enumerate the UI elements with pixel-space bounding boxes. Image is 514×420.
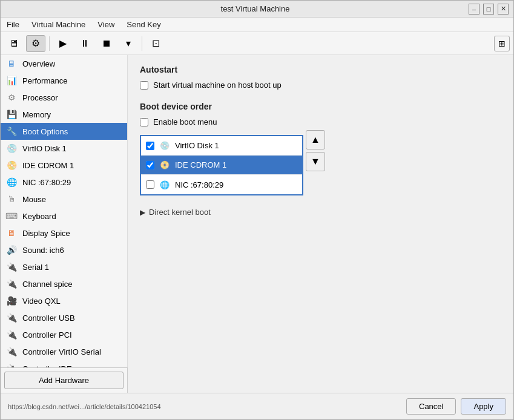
boot-up-button[interactable]: ▲ [306, 130, 325, 149]
enable-boot-menu-label: Enable boot menu [153, 117, 217, 126]
sidebar-item-video-qxl[interactable]: 🎥 Video QXL [1, 292, 127, 309]
sidebar-label-virtio-disk-1: VirtIO Disk 1 [22, 144, 67, 153]
channel-icon: 🔌 [5, 278, 18, 290]
sidebar-label-overview: Overview [22, 59, 55, 68]
autostart-checkbox[interactable] [140, 81, 148, 90]
boot-item-virtio-disk[interactable]: 💿 VirtIO Disk 1 [141, 136, 302, 156]
settings-button[interactable]: ⚙ [26, 35, 45, 52]
sidebar-label-processor: Processor [22, 93, 58, 102]
sidebar-item-performance[interactable]: 📊 Performance [1, 72, 127, 89]
toolbar: 🖥 ⚙ ▶ ⏸ ⏹ ▾ ⊡ ⊞ [1, 32, 513, 55]
sidebar-label-display-spice: Display Spice [22, 229, 70, 238]
sidebar-bottom: Add Hardware [1, 367, 127, 393]
menu-virtual-machine[interactable]: Virtual Machine [29, 19, 88, 30]
sidebar-item-serial-1[interactable]: 🔌 Serial 1 [1, 258, 127, 275]
maximize-button[interactable]: □ [483, 4, 494, 15]
fullscreen-icon: ⊡ [152, 38, 160, 49]
main-content: 🖥 Overview 📊 Performance ⚙ Processor 💾 M… [1, 55, 513, 393]
sidebar-item-nic[interactable]: 🌐 NIC :67:80:29 [1, 174, 127, 191]
sidebar-item-controller-virtio-serial[interactable]: 🔌 Controller VirtIO Serial [1, 343, 127, 360]
snapshot-button[interactable]: ⊞ [494, 36, 510, 51]
dropdown-icon: ▾ [126, 38, 131, 49]
sidebar-item-overview[interactable]: 🖥 Overview [1, 55, 127, 72]
toolbar-separator-1 [49, 36, 50, 51]
performance-icon: 📊 [5, 74, 18, 87]
boot-check-ide-cdrom[interactable] [146, 161, 154, 169]
sidebar-label-video-qxl: Video QXL [22, 297, 61, 306]
boot-icon-ide-cdrom: 📀 [159, 160, 170, 171]
mouse-icon: 🖱 [5, 193, 18, 205]
pci-icon: 🔌 [5, 329, 18, 341]
play-button[interactable]: ▶ [53, 35, 73, 52]
boot-item-ide-cdrom[interactable]: 📀 IDE CDROM 1 [141, 156, 302, 175]
bottom-bar: https://blog.csdn.net/wei.../article/det… [1, 393, 513, 419]
sidebar-label-controller-usb: Controller USB [22, 313, 75, 323]
boot-list-area: 💿 VirtIO Disk 1 📀 IDE CDROM 1 [140, 130, 501, 195]
sidebar-label-serial-1: Serial 1 [22, 263, 49, 272]
close-button[interactable]: ✕ [498, 4, 509, 15]
boot-label-virtio-disk: VirtIO Disk 1 [175, 141, 219, 150]
boot-down-button[interactable]: ▼ [306, 152, 325, 171]
sidebar-label-channel-spice: Channel spice [22, 280, 72, 289]
sidebar-item-channel-spice[interactable]: 🔌 Channel spice [1, 275, 127, 292]
direct-kernel-section: ▶ Direct kernel boot [140, 208, 501, 217]
enable-boot-menu-checkbox[interactable] [140, 118, 148, 126]
sidebar-item-processor[interactable]: ⚙ Processor [1, 89, 127, 106]
main-window: test Virtual Machine – □ ✕ File Virtual … [0, 0, 514, 420]
boot-list-wrapper: 💿 VirtIO Disk 1 📀 IDE CDROM 1 [140, 130, 303, 195]
boot-icon-nic: 🌐 [159, 179, 170, 190]
sidebar-item-sound-ich6[interactable]: 🔊 Sound: ich6 [1, 241, 127, 258]
sidebar-item-keyboard[interactable]: ⌨ Keyboard [1, 208, 127, 225]
sidebar-item-virtio-disk-1[interactable]: 💿 VirtIO Disk 1 [1, 140, 127, 157]
usb-icon: 🔌 [5, 312, 18, 324]
sidebar-item-controller-usb[interactable]: 🔌 Controller USB [1, 309, 127, 326]
autostart-title: Autostart [140, 65, 501, 74]
boot-label-ide-cdrom: IDE CDROM 1 [175, 160, 226, 169]
menu-file[interactable]: File [4, 19, 22, 30]
boot-device-section: Boot device order Enable boot menu 💿 Vir… [140, 102, 501, 195]
sidebar-item-controller-pci[interactable]: 🔌 Controller PCI [1, 326, 127, 343]
boot-check-nic[interactable] [146, 180, 154, 189]
cancel-button[interactable]: Cancel [406, 398, 456, 415]
sidebar-label-mouse: Mouse [22, 195, 46, 204]
boot-check-virtio-disk[interactable] [146, 142, 154, 150]
sidebar-label-controller-pci: Controller PCI [22, 330, 72, 340]
direct-kernel-header[interactable]: ▶ Direct kernel boot [140, 208, 501, 217]
sound-icon: 🔊 [5, 244, 18, 256]
menu-send-key[interactable]: Send Key [124, 19, 163, 30]
status-url: https://blog.csdn.net/wei.../article/det… [8, 403, 401, 410]
ide-cdrom-icon: 📀 [5, 159, 18, 171]
sidebar-item-memory[interactable]: 💾 Memory [1, 106, 127, 123]
sidebar-item-display-spice[interactable]: 🖥 Display Spice [1, 225, 127, 241]
toolbar-separator-2 [142, 36, 142, 51]
minimize-button[interactable]: – [469, 4, 479, 15]
screen-button[interactable]: 🖥 [4, 35, 24, 52]
sidebar-item-boot-options[interactable]: 🔧 Boot Options [1, 123, 127, 140]
stop-icon: ⏹ [102, 38, 111, 49]
menu-view[interactable]: View [95, 19, 117, 30]
pause-button[interactable]: ⏸ [75, 35, 94, 52]
sidebar-label-performance: Performance [22, 76, 67, 85]
sidebar-item-controller-ide[interactable]: 🔌 Controller IDE [1, 360, 127, 367]
sidebar-label-ide-cdrom-1: IDE CDROM 1 [22, 161, 74, 170]
apply-button[interactable]: Apply [461, 398, 506, 415]
sidebar-item-ide-cdrom-1[interactable]: 📀 IDE CDROM 1 [1, 157, 127, 174]
sidebar-label-controller-virtio-serial: Controller VirtIO Serial [22, 347, 101, 356]
add-hardware-button[interactable]: Add Hardware [4, 372, 124, 389]
sidebar-item-mouse[interactable]: 🖱 Mouse [1, 191, 127, 208]
up-arrow-icon: ▲ [311, 134, 320, 145]
autostart-row: Start virtual machine on host boot up [140, 80, 501, 90]
fullscreen-button[interactable]: ⊡ [146, 35, 165, 52]
boot-item-nic[interactable]: 🌐 NIC :67:80:29 [141, 175, 302, 194]
boot-options-icon: 🔧 [5, 125, 18, 137]
boot-icon-virtio-disk: 💿 [159, 140, 170, 151]
title-bar: test Virtual Machine – □ ✕ [1, 1, 513, 18]
keyboard-icon: ⌨ [5, 210, 18, 222]
boot-device-list: 💿 VirtIO Disk 1 📀 IDE CDROM 1 [140, 135, 303, 195]
sidebar-label-sound-ich6: Sound: ich6 [22, 246, 64, 255]
stop-button[interactable]: ⏹ [97, 35, 116, 52]
pause-icon: ⏸ [80, 38, 90, 49]
dropdown-button[interactable]: ▾ [119, 35, 138, 52]
virtio-serial-icon: 🔌 [5, 346, 18, 358]
nic-icon: 🌐 [5, 176, 18, 188]
